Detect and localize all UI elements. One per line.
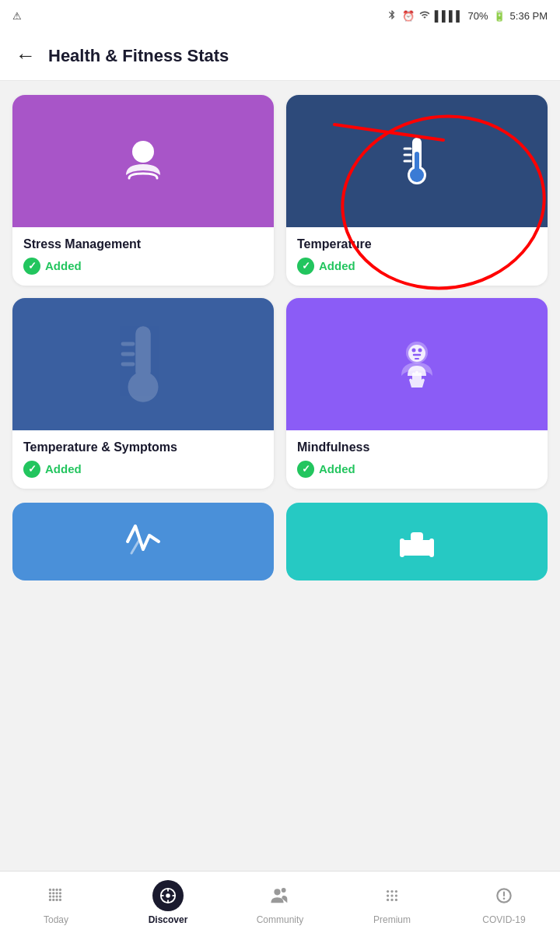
svg-point-34: [49, 895, 51, 897]
nav-item-covid[interactable]: COVID-19: [448, 880, 560, 925]
nav-item-community[interactable]: Community: [224, 880, 336, 925]
svg-point-55: [395, 894, 397, 896]
nav-item-discover[interactable]: Discover: [112, 880, 224, 925]
svg-point-36: [55, 895, 58, 897]
card-title-stress: Stress Management: [23, 237, 263, 253]
svg-point-18: [412, 348, 416, 352]
temp-symptoms-bg-icon: [93, 314, 194, 415]
nav-item-premium[interactable]: Premium: [336, 880, 448, 925]
added-badge-mindfulness: ✓ Added: [297, 461, 537, 478]
svg-point-40: [55, 898, 58, 900]
cards-grid: Stress Management ✓ Added: [0, 81, 560, 503]
partial-card-icon-2: [286, 503, 548, 580]
svg-point-32: [55, 892, 58, 894]
svg-rect-24: [400, 538, 404, 557]
partial-card-1[interactable]: [12, 503, 274, 580]
svg-point-57: [390, 898, 393, 900]
svg-point-30: [49, 892, 51, 894]
discover-icon: [159, 887, 177, 904]
today-icon-wrap: [40, 880, 72, 911]
svg-rect-12: [139, 349, 147, 387]
svg-point-53: [387, 894, 389, 896]
bottom-navigation: Today Discover Community: [0, 871, 560, 933]
time-display: 5:36 PM: [510, 10, 548, 22]
svg-point-29: [59, 888, 61, 890]
card-info-temp-symptoms: Temperature & Symptoms ✓ Added: [12, 430, 274, 489]
premium-nav-label: Premium: [373, 914, 411, 925]
card-icon-area-stress: [12, 95, 274, 227]
status-right: ⏰ ▌▌▌▌ 70% 🔋 5:36 PM: [387, 9, 548, 23]
check-icon-temp-symptoms: ✓: [23, 461, 40, 478]
covid-icon-wrap: [488, 880, 520, 911]
partial-card-2[interactable]: [286, 503, 548, 580]
alarm-icon: ⏰: [402, 10, 415, 22]
svg-rect-22: [401, 540, 432, 556]
svg-point-37: [59, 895, 61, 897]
battery-text: 70%: [468, 10, 488, 22]
wifi-icon: [419, 9, 430, 23]
check-icon-stress: ✓: [23, 258, 40, 275]
svg-point-58: [395, 898, 397, 900]
thermometer-icon: [386, 130, 448, 192]
card-title-temp-symptoms: Temperature & Symptoms: [23, 440, 263, 456]
card-info-temperature: Temperature ✓ Added: [286, 227, 548, 286]
premium-icon-wrap: [376, 880, 408, 911]
svg-point-56: [387, 898, 389, 900]
svg-point-39: [52, 898, 54, 900]
card-temperature-symptoms[interactable]: Temperature & Symptoms ✓ Added: [12, 298, 274, 489]
stress-icon: [112, 130, 174, 192]
card-icon-area-temperature: [286, 95, 548, 227]
partial-cards-row: [0, 503, 560, 658]
added-badge-stress: ✓ Added: [23, 258, 263, 275]
added-badge-temperature: ✓ Added: [297, 258, 537, 275]
covid-nav-label: COVID-19: [482, 914, 525, 925]
added-badge-temp-symptoms: ✓ Added: [23, 461, 263, 478]
page-title: Health & Fitness Stats: [48, 46, 229, 66]
svg-point-54: [390, 894, 393, 896]
svg-point-49: [282, 888, 286, 893]
svg-point-31: [52, 892, 54, 894]
card-mindfulness[interactable]: Mindfulness ✓ Added: [286, 298, 548, 489]
community-icon: [269, 885, 291, 907]
status-bar: ⚠ ⏰ ▌▌▌▌ 70% 🔋 5:36 PM: [0, 0, 560, 31]
today-nav-label: Today: [44, 914, 68, 925]
card-title-temperature: Temperature: [297, 237, 537, 253]
page-header: ← Health & Fitness Stats: [0, 31, 560, 81]
svg-point-33: [59, 892, 61, 894]
svg-point-43: [166, 893, 170, 898]
svg-point-2: [132, 141, 154, 163]
community-nav-label: Community: [257, 914, 304, 925]
signal-icon: ▌▌▌▌: [435, 10, 464, 22]
mindfulness-icon: [386, 333, 448, 395]
svg-point-41: [59, 898, 61, 900]
check-icon-mindfulness: ✓: [297, 461, 314, 478]
today-icon: [46, 886, 66, 906]
activity-icon: [120, 518, 166, 565]
card-title-mindfulness: Mindfulness: [297, 440, 537, 456]
card-icon-area-mindfulness: [286, 298, 548, 430]
community-icon-wrap: [264, 880, 296, 911]
svg-point-61: [503, 897, 506, 900]
bluetooth-icon: [387, 9, 397, 23]
card-info-stress: Stress Management ✓ Added: [12, 227, 274, 286]
weight-icon: [394, 518, 440, 565]
card-info-mindfulness: Mindfulness ✓ Added: [286, 430, 548, 489]
discover-icon-wrap: [152, 880, 184, 911]
back-button[interactable]: ←: [16, 44, 36, 68]
svg-point-19: [418, 348, 422, 352]
svg-point-35: [52, 895, 54, 897]
nav-item-today[interactable]: Today: [0, 880, 112, 925]
svg-point-6: [410, 168, 424, 182]
card-stress-management[interactable]: Stress Management ✓ Added: [12, 95, 274, 286]
svg-point-48: [274, 889, 280, 895]
card-temperature[interactable]: Temperature ✓ Added: [286, 95, 548, 286]
svg-point-28: [55, 888, 58, 890]
svg-point-50: [387, 889, 389, 892]
warning-icon: ⚠: [12, 10, 22, 22]
svg-rect-23: [411, 532, 423, 542]
svg-point-52: [395, 889, 397, 892]
partial-card-icon-1: [12, 503, 274, 580]
svg-point-38: [49, 898, 51, 900]
check-icon-temperature: ✓: [297, 258, 314, 275]
svg-rect-25: [429, 538, 434, 557]
